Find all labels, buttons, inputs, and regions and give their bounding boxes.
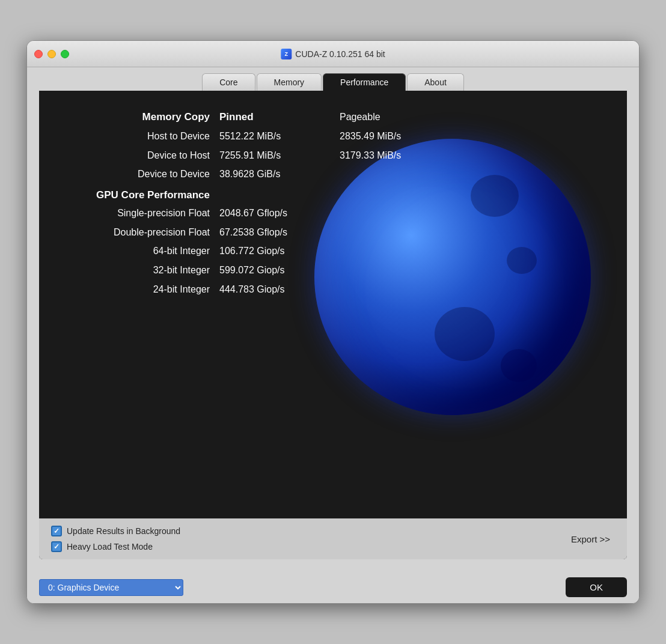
row-val-d2h-pageable: 3179.33 MiB/s: [340, 148, 472, 163]
col-label-header: Memory Copy: [63, 109, 219, 125]
checkbox-row-heavyload[interactable]: ✓ Heavy Load Test Mode: [51, 541, 180, 552]
footer-bar: 0: Graphics Device OK: [27, 571, 639, 603]
performance-data: Memory Copy Pinned Pageable Host to Devi…: [39, 91, 627, 318]
row-label-h2d: Host to Device: [63, 129, 219, 144]
minimize-button[interactable]: [47, 50, 56, 58]
row-label-32i: 32-bit Integer: [63, 263, 219, 278]
row-val-h2d-pinned: 5512.22 MiB/s: [219, 129, 340, 144]
row-label-spf: Single-precision Float: [63, 205, 219, 221]
row-val-d2h-pinned: 7255.91 MiB/s: [219, 148, 340, 163]
update-checkbox[interactable]: ✓: [51, 526, 62, 536]
table-header-row: Memory Copy Pinned Pageable: [63, 109, 603, 125]
row-val-64i: 106.772 Giop/s: [219, 243, 340, 259]
table-row: 32-bit Integer 599.072 Giop/s: [63, 263, 603, 278]
row-val-spf: 2048.67 Gflop/s: [219, 205, 340, 221]
tab-memory[interactable]: Memory: [257, 73, 322, 91]
checkbox-row-update[interactable]: ✓ Update Results in Background: [51, 526, 180, 536]
traffic-lights: [34, 50, 69, 58]
table-row: Single-precision Float 2048.67 Gflop/s: [63, 205, 603, 221]
row-val-h2d-pageable: 2835.49 MiB/s: [340, 129, 472, 144]
application-window: Z CUDA-Z 0.10.251 64 bit Core Memory Per…: [26, 40, 640, 604]
row-label-d2h: Device to Host: [63, 148, 219, 163]
heavyload-checkbox-label: Heavy Load Test Mode: [67, 542, 153, 551]
table-row: Device to Host 7255.91 MiB/s 3179.33 MiB…: [63, 148, 603, 163]
tab-core[interactable]: Core: [202, 73, 255, 91]
tab-performance[interactable]: Performance: [323, 73, 406, 91]
app-icon: Z: [281, 49, 292, 59]
row-label-d2d: Device to Device: [63, 166, 219, 182]
titlebar: Z CUDA-Z 0.10.251 64 bit: [27, 41, 639, 67]
content-area: Memory Copy Pinned Pageable Host to Devi…: [39, 91, 627, 559]
table-row: Device to Device 38.9628 GiB/s: [63, 166, 603, 182]
row-val-32i: 599.072 Giop/s: [219, 263, 340, 278]
table-row: Double-precision Float 67.2538 Gflop/s: [63, 225, 603, 240]
checkboxes-group: ✓ Update Results in Background ✓ Heavy L…: [51, 526, 180, 552]
content-bottom-bar: ✓ Update Results in Background ✓ Heavy L…: [39, 518, 627, 559]
export-button[interactable]: Export >>: [566, 532, 615, 547]
table-row: 24-bit Integer 444.783 Giop/s: [63, 282, 603, 297]
tab-about[interactable]: About: [407, 73, 464, 91]
gpu-header-row: GPU Core Performance: [63, 187, 603, 203]
col-pinned-header: Pinned: [219, 109, 340, 125]
heavyload-checkbox[interactable]: ✓: [51, 541, 62, 552]
gpu-header-label: GPU Core Performance: [63, 187, 219, 203]
device-selector[interactable]: 0: Graphics Device: [39, 579, 183, 596]
col-pageable-header: Pageable: [340, 109, 472, 125]
row-val-dpf: 67.2538 Gflop/s: [219, 225, 340, 240]
close-button[interactable]: [34, 50, 43, 58]
table-row: Host to Device 5512.22 MiB/s 2835.49 MiB…: [63, 129, 603, 144]
row-label-dpf: Double-precision Float: [63, 225, 219, 240]
ok-button[interactable]: OK: [566, 577, 627, 597]
row-label-24i: 24-bit Integer: [63, 282, 219, 297]
table-row: 64-bit Integer 106.772 Giop/s: [63, 243, 603, 259]
row-val-d2d-pinned: 38.9628 GiB/s: [219, 166, 340, 182]
row-val-24i: 444.783 Giop/s: [219, 282, 340, 297]
maximize-button[interactable]: [61, 50, 69, 58]
tabs-bar: Core Memory Performance About: [27, 67, 639, 91]
row-label-64i: 64-bit Integer: [63, 243, 219, 259]
update-checkbox-label: Update Results in Background: [67, 526, 180, 536]
window-title: Z CUDA-Z 0.10.251 64 bit: [281, 49, 385, 59]
